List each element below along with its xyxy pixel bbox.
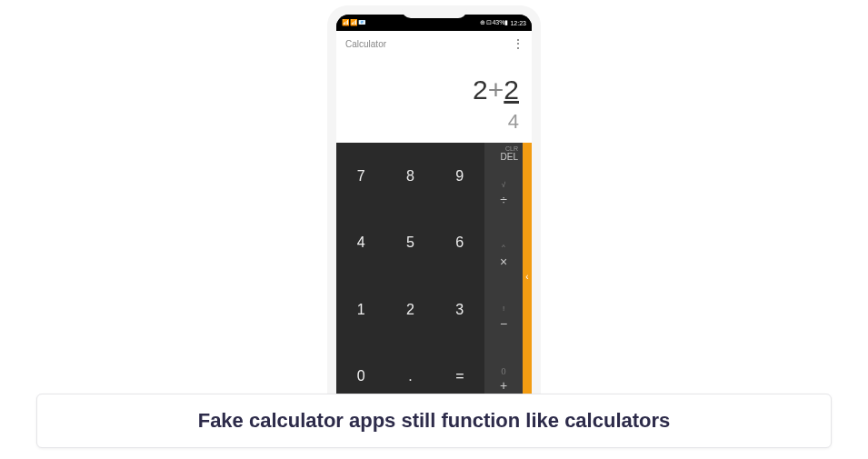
power-icon: ^	[502, 243, 505, 251]
clock-text: 12:23	[510, 20, 526, 26]
plus-icon: +	[500, 378, 507, 393]
caption-text: Fake calculator apps still function like…	[55, 409, 813, 433]
key-3[interactable]: 3	[435, 276, 484, 344]
key-4[interactable]: 4	[336, 210, 385, 277]
app-title: Calculator	[345, 39, 386, 49]
expr-operand-b: 2	[504, 75, 519, 105]
divide-icon: ÷	[500, 193, 507, 207]
result-text: 4	[349, 110, 519, 134]
numeric-keypad: 7 8 9 4 5 6 1 2 3 0 . =	[336, 143, 484, 410]
parens-icon: ()	[501, 366, 505, 374]
sqrt-icon: √	[502, 181, 505, 189]
keypad: 7 8 9 4 5 6 1 2 3 0 . = CLR DEL	[336, 143, 532, 410]
operator-column: CLR DEL √ ÷ ^ × ! −	[484, 143, 523, 410]
battery-icon: ⊕ ⊡43%▮	[480, 19, 509, 26]
key-6[interactable]: 6	[435, 210, 484, 277]
app-header: Calculator ⋮	[336, 31, 532, 56]
status-left: 📶📶📧	[342, 19, 366, 26]
phone-notch	[402, 5, 467, 18]
calculator-display: 2+2 4	[336, 56, 532, 143]
factorial-icon: !	[503, 304, 504, 313]
advanced-drawer-button[interactable]: ‹	[523, 143, 532, 410]
expr-operator: +	[488, 75, 504, 105]
menu-icon[interactable]: ⋮	[513, 37, 523, 50]
key-2[interactable]: 2	[385, 276, 434, 344]
key-7[interactable]: 7	[336, 143, 385, 210]
clr-label: CLR	[505, 145, 518, 152]
key-multiply[interactable]: ^ ×	[484, 225, 523, 287]
phone-screen: 📶📶📧 ⊕ ⊡43%▮ 12:23 Calculator ⋮ 2+2 4 7 8…	[336, 15, 532, 410]
del-button[interactable]: DEL	[501, 152, 518, 162]
expr-operand-a: 2	[473, 75, 488, 105]
key-subtract[interactable]: ! −	[484, 287, 523, 349]
key-divide[interactable]: √ ÷	[484, 164, 523, 225]
key-8[interactable]: 8	[385, 143, 434, 210]
minus-icon: −	[500, 316, 507, 331]
status-right: ⊕ ⊡43%▮ 12:23	[480, 19, 527, 26]
expression-text: 2+2	[349, 75, 519, 105]
signal-icon: 📶📶📧	[342, 19, 366, 26]
multiply-icon: ×	[500, 254, 507, 269]
chevron-left-icon: ‹	[525, 272, 528, 282]
caption-box: Fake calculator apps still function like…	[36, 394, 832, 448]
key-5[interactable]: 5	[385, 210, 434, 277]
key-1[interactable]: 1	[336, 276, 385, 344]
ops-header: CLR DEL	[484, 143, 523, 164]
key-9[interactable]: 9	[435, 143, 484, 210]
phone-frame: 📶📶📧 ⊕ ⊡43%▮ 12:23 Calculator ⋮ 2+2 4 7 8…	[327, 5, 541, 419]
